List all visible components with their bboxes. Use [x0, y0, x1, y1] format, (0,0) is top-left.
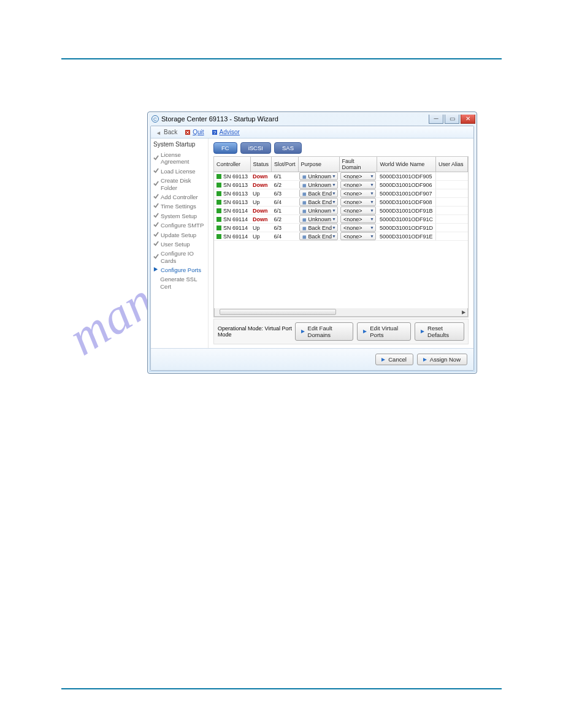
assign-now-button[interactable]: Assign Now	[417, 354, 467, 365]
col-alias[interactable]: User Alias	[436, 157, 468, 172]
edit-fault-domains-button[interactable]: Edit Fault Domains	[295, 322, 354, 341]
purpose-dropdown[interactable]: ▦ Unknown▼	[299, 215, 338, 223]
purpose-dropdown[interactable]: ▦ Unknown▼	[299, 172, 338, 180]
quit-button[interactable]: Quit	[185, 129, 204, 135]
alias-cell[interactable]	[436, 172, 468, 181]
dropdown-left-icon: ▦	[302, 218, 307, 222]
scrollbar-thumb[interactable]	[220, 309, 336, 315]
sidebar-item-create-disk-folder[interactable]: Create Disk Folder	[153, 176, 205, 192]
alias-cell[interactable]	[436, 207, 468, 215]
sidebar-item-license-agreement[interactable]: License Agreement	[153, 150, 205, 167]
table-row[interactable]: SN 69113Up6/4▦ Back End▼<none>▼5000D3100…	[214, 198, 468, 207]
tab-sas[interactable]: SAS	[274, 142, 302, 154]
faultdomain-dropdown[interactable]: <none>▼	[340, 232, 376, 240]
advisor-button[interactable]: ? Advisor	[212, 129, 240, 135]
faultdomain-dropdown[interactable]: <none>▼	[340, 207, 376, 214]
minimize-button[interactable]: ─	[429, 115, 443, 124]
alias-cell[interactable]	[436, 181, 468, 189]
faultdomain-dropdown[interactable]: <none>▼	[340, 224, 376, 232]
table-row[interactable]: SN 69114Down6/2▦ Unknown▼<none>▼5000D310…	[214, 215, 468, 224]
app-window: C Storage Center 69113 - Startup Wizard …	[147, 112, 477, 374]
check-icon	[153, 181, 159, 188]
chevron-down-icon: ▼	[332, 234, 336, 238]
tab-iscsi[interactable]: iSCSI	[240, 142, 271, 154]
slotport-value: 6/2	[272, 181, 299, 189]
close-button[interactable]: ✕	[461, 115, 475, 124]
chevron-down-icon: ▼	[332, 217, 336, 221]
edit-virtual-ports-button[interactable]: Edit Virtual Ports	[357, 322, 411, 341]
alias-cell[interactable]	[436, 232, 468, 241]
svg-marker-3	[154, 267, 158, 271]
table-row[interactable]: SN 69113Down6/2▦ Unknown▼<none>▼5000D310…	[214, 181, 468, 189]
wwn-value: 5000D31001ODF906	[377, 181, 436, 189]
purpose-dropdown[interactable]: ▦ Back End▼	[299, 189, 338, 197]
reset-defaults-button[interactable]: Reset Defaults	[415, 322, 464, 341]
alias-cell[interactable]	[436, 198, 468, 207]
col-controller[interactable]: Controller	[214, 157, 250, 172]
controller-label: SN 69114	[223, 208, 248, 214]
back-button[interactable]: Back	[156, 129, 177, 135]
chevron-down-icon: ▼	[370, 200, 374, 204]
sidebar-item-generate-ssl-cert[interactable]: Generate SSL Cert	[153, 275, 205, 291]
sidebar-item-user-setup[interactable]: User Setup	[153, 240, 205, 249]
sidebar-item-time-settings[interactable]: Time Settings	[153, 202, 205, 211]
faultdomain-dropdown[interactable]: <none>▼	[340, 181, 376, 189]
col-slotport[interactable]: Slot/Port	[272, 157, 299, 172]
slotport-value: 6/3	[272, 189, 299, 198]
quit-icon	[185, 129, 191, 135]
chevron-down-icon: ▼	[370, 208, 374, 213]
sidebar-item-label: Time Settings	[161, 203, 196, 210]
cancel-button[interactable]: Cancel	[375, 354, 413, 365]
faultdomain-dropdown[interactable]: <none>▼	[340, 198, 376, 206]
chevron-down-icon: ▼	[332, 183, 336, 187]
check-icon	[153, 222, 159, 229]
check-icon	[153, 168, 159, 175]
operational-mode-label: Operational Mode: Virtual Port Mode	[218, 325, 295, 338]
purpose-dropdown[interactable]: ▦ Back End▼	[299, 224, 338, 232]
sidebar-item-update-setup[interactable]: Update Setup	[153, 230, 205, 240]
purpose-dropdown[interactable]: ▦ Unknown▼	[299, 181, 338, 189]
sidebar-item-configure-io-cards[interactable]: Configure IO Cards	[153, 249, 205, 265]
table-row[interactable]: SN 69114Down6/1▦ Unknown▼<none>▼5000D310…	[214, 207, 468, 215]
faultdomain-dropdown[interactable]: <none>▼	[340, 189, 376, 197]
horizontal-scrollbar[interactable]: ▶	[214, 308, 468, 317]
maximize-button[interactable]: ▭	[445, 115, 459, 124]
tab-fc[interactable]: FC	[213, 142, 237, 154]
faultdomain-dropdown[interactable]: <none>▼	[340, 215, 376, 223]
back-label: Back	[164, 129, 177, 135]
app-icon: C	[151, 115, 159, 123]
alias-cell[interactable]	[436, 189, 468, 198]
svg-text:?: ?	[213, 130, 216, 135]
sidebar-item-system-setup[interactable]: System Setup	[153, 211, 205, 221]
scroll-right-arrow[interactable]: ▶	[459, 308, 467, 316]
dropdown-left-icon: ▦	[302, 192, 307, 196]
col-status[interactable]: Status	[250, 157, 272, 172]
sidebar-item-configure-ports[interactable]: Configure Ports	[153, 265, 205, 275]
quit-link[interactable]: Quit	[193, 129, 204, 135]
table-row[interactable]: SN 69114Up6/4▦ Back End▼<none>▼5000D3100…	[214, 232, 468, 241]
alias-cell[interactable]	[436, 215, 468, 224]
controller-label: SN 69113	[223, 182, 248, 188]
col-purpose[interactable]: Purpose	[298, 157, 339, 172]
purpose-dropdown[interactable]: ▦ Back End▼	[299, 232, 338, 240]
col-wwn[interactable]: World Wide Name	[377, 157, 436, 172]
table-row[interactable]: SN 69114Up6/3▦ Back End▼<none>▼5000D3100…	[214, 224, 468, 232]
col-faultdomain[interactable]: Fault Domain	[339, 157, 377, 172]
table-row[interactable]: SN 69113Down6/1▦ Unknown▼<none>▼5000D310…	[214, 172, 468, 181]
window-controls: ─ ▭ ✕	[429, 115, 475, 124]
table-row[interactable]: SN 69113Up6/3▦ Back End▼<none>▼5000D3100…	[214, 189, 468, 198]
port-status-icon	[216, 217, 221, 222]
purpose-dropdown[interactable]: ▦ Back End▼	[299, 198, 338, 206]
alias-cell[interactable]	[436, 224, 468, 232]
main-panel: FCiSCSISAS Controller Status Slot/Port P…	[209, 138, 473, 348]
status-value: Up	[250, 224, 272, 232]
sidebar-item-add-controller[interactable]: Add Controller	[153, 192, 205, 202]
advisor-link[interactable]: Advisor	[220, 129, 240, 135]
ports-table: Controller Status Slot/Port Purpose Faul…	[214, 157, 468, 241]
purpose-dropdown[interactable]: ▦ Unknown▼	[299, 207, 338, 214]
faultdomain-dropdown[interactable]: <none>▼	[340, 172, 376, 180]
sidebar-item-label: Configure Ports	[161, 267, 201, 273]
sidebar-item-load-license[interactable]: Load License	[153, 167, 205, 176]
sidebar-item-configure-smtp[interactable]: Configure SMTP	[153, 221, 205, 230]
chevron-down-icon: ▼	[370, 183, 374, 187]
